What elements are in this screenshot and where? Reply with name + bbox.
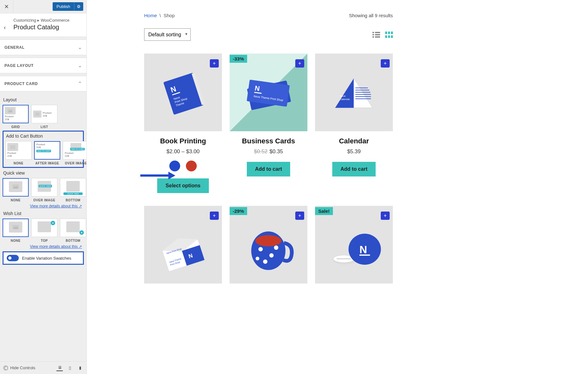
sort-select[interactable]: Default sorting [144,28,191,41]
quickview-over-option[interactable]: QUICK VIEW [31,178,57,197]
device-tablet-button[interactable]: ▯ [67,365,73,371]
product-illustration: N Neve Print Shop Neve Theme. Print Shop [152,213,214,276]
shop-toolbar: Default sorting [144,28,393,41]
svg-rect-8 [372,32,374,33]
gear-icon: ⚙ [77,4,81,9]
addtocart-pill: ADD TO CART [70,148,85,150]
product-price: $0.52$0.35 [254,148,283,155]
publish-group: Publish ⚙ [53,2,83,11]
thumb-text: Product22$ [36,143,45,149]
product-illustration: Neve Calendar [323,61,385,123]
discount-badge: -29% [230,207,247,215]
swatch-red[interactable] [186,161,197,171]
breadcrumb-woocommerce: WooCommerce [41,18,70,23]
breadcrumb-separator: \ [158,13,164,18]
layout-grid-caption: GRID [11,125,20,129]
thumb-text: Product22$ [65,152,74,158]
image-placeholder-icon [66,221,80,232]
svg-rect-10 [372,36,374,38]
quick-add-button[interactable]: + [381,59,390,68]
chevron-left-icon: ‹ [4,24,6,31]
view-list-button[interactable] [372,32,380,38]
addtocart-options: Product22$ NONE Product22$ ADD TO CART A… [5,141,81,165]
thumb-text: Product22$ [5,115,14,121]
image-placeholder-icon [38,221,51,232]
section-general[interactable]: GENERAL ⌄ [0,40,86,55]
svg-rect-19 [391,35,393,38]
product-image[interactable]: Sale! + N [315,206,393,284]
product-title: Book Printing [160,137,206,145]
svg-rect-18 [388,35,390,38]
product-card: -33% + N Neve Theme Print Shop Business … [230,54,307,193]
add-to-cart-button[interactable]: Add to cart [332,162,376,176]
breadcrumb-home-link[interactable]: Home [144,13,157,18]
quick-add-button[interactable]: + [295,212,304,220]
product-illustration [237,213,299,276]
customizer-sidebar: ✕ Publish ⚙ ‹ Customizing ▸ WooCommerce … [0,0,87,374]
svg-rect-43 [356,94,371,95]
tablet-icon: ▯ [69,365,71,370]
wishlist-top-option[interactable]: ♥ [31,219,57,237]
layout-options: Product22$ GRID Product22$ LIST [3,105,84,129]
back-button[interactable]: ‹ [4,18,13,31]
external-link-icon: ↗ [79,204,82,208]
quick-add-button[interactable]: + [210,212,219,220]
image-placeholder-icon [66,181,80,192]
svg-text:N: N [254,84,261,93]
swatch-blue[interactable] [169,161,180,171]
addtocart-none-option[interactable]: Product22$ [5,141,32,160]
svg-text:Calendar: Calendar [340,98,350,101]
sidebar-scroll[interactable]: GENERAL ⌄ PAGE LAYOUT ⌄ PRODUCT CARD ⌃ L… [0,37,86,361]
svg-rect-2 [35,112,40,116]
image-placeholder-icon [7,143,18,151]
add-to-cart-highlight: Add to Cart Button Product22$ NONE Produ… [3,131,84,168]
addtocart-over-option[interactable]: ADD TO CART Product22$ [63,141,86,160]
view-grid-button[interactable] [385,32,393,38]
product-image[interactable]: + N Neve Print Shop Neve Theme. Print Sh… [144,206,222,284]
quick-add-button[interactable]: + [381,212,390,220]
quickview-more-link[interactable]: View more details about this ↗ [4,204,82,208]
select-options-button[interactable]: Select options [157,178,209,193]
product-card: -29% + [230,206,307,284]
device-desktop-button[interactable]: 🖥 [56,365,63,371]
plus-icon: + [213,61,216,66]
product-image[interactable]: -33% + N Neve Theme Print Shop [230,54,307,131]
add-to-cart-button[interactable]: Add to cart [247,162,290,176]
product-image[interactable]: + N Neve Print Shop Theme [144,54,222,131]
device-mobile-button[interactable]: ▮ [77,365,83,371]
quickview-bottom-option[interactable]: QUICK VIEW [60,178,86,197]
quick-add-button[interactable]: + [295,59,304,68]
svg-marker-37 [354,78,373,108]
quickview-pill: QUICK VIEW [39,185,52,187]
product-image[interactable]: -29% + [230,206,307,284]
plus-icon: + [213,213,216,219]
layout-list-option[interactable]: Product22$ [31,105,57,123]
publish-settings-button[interactable]: ⚙ [74,2,83,11]
quickview-none-option[interactable] [3,178,29,197]
addtocart-pill: ADD TO CART [36,150,51,152]
addtocart-after-option[interactable]: Product22$ ADD TO CART [34,141,60,160]
product-card-body: Layout Product22$ GRID Product22$ LIST [0,91,86,269]
publish-button[interactable]: Publish [53,2,74,11]
list-view-icon [372,32,380,38]
image-placeholder-icon [33,111,41,118]
hide-controls-button[interactable]: ◀ Hide Controls [3,365,35,370]
svg-marker-36 [335,78,354,108]
group-layout-label: Layout [3,97,83,102]
wishlist-more-link[interactable]: View more details about this ↗ [4,244,82,249]
quickview-options: NONE QUICK VIEW OVER IMAGE QUICK VIEW BO… [3,178,84,202]
product-image[interactable]: + Neve Calendar [315,54,393,131]
close-customizer-button[interactable]: ✕ [0,0,13,13]
section-page-layout[interactable]: PAGE LAYOUT ⌄ [0,58,86,73]
heart-icon: ♥ [79,230,84,235]
variation-swatches-toggle[interactable] [7,255,19,261]
section-product-card[interactable]: PRODUCT CARD ⌃ [0,76,86,91]
quick-add-button[interactable]: + [210,59,219,68]
chevron-up-icon: ⌃ [78,81,82,87]
preview-pane[interactable]: Home \ Shop Showing all 9 results Defaul… [87,0,588,374]
breadcrumb-separator: ▸ [37,18,41,23]
wishlist-bottom-option[interactable]: ♥ [60,219,86,237]
layout-grid-option[interactable]: Product22$ [3,105,29,123]
wishlist-none-option[interactable] [3,219,29,237]
close-icon: ✕ [4,3,9,10]
